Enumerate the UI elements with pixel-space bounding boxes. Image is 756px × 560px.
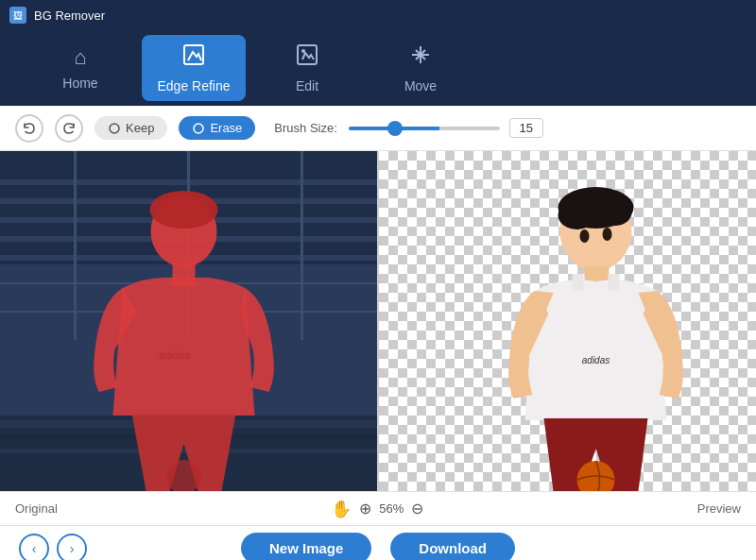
next-icon: › bbox=[70, 541, 75, 556]
keep-label: Keep bbox=[126, 121, 154, 135]
preview-label: Preview bbox=[697, 501, 741, 516]
toolbar: Keep Erase Brush Size: 15 bbox=[0, 106, 756, 151]
nav-item-move[interactable]: Move bbox=[369, 35, 472, 101]
svg-rect-34 bbox=[609, 274, 620, 291]
nav-bar: ⌂ Home Edge Refine Edit Move bbox=[0, 30, 756, 106]
nav-item-edit[interactable]: Edit bbox=[255, 35, 359, 101]
svg-point-22 bbox=[150, 191, 218, 229]
svg-rect-0 bbox=[184, 45, 203, 64]
home-icon: ⌂ bbox=[74, 45, 86, 70]
brush-size-slider[interactable] bbox=[349, 127, 500, 130]
brush-size-label: Brush Size: bbox=[274, 121, 336, 135]
nav-item-home[interactable]: ⌂ Home bbox=[28, 35, 132, 101]
nav-item-move-label: Move bbox=[404, 78, 437, 93]
erase-label: Erase bbox=[210, 121, 242, 135]
zoom-out-icon[interactable]: ⊖ bbox=[411, 500, 423, 518]
brush-slider-wrap: 15 bbox=[349, 118, 543, 138]
zoom-in-icon[interactable]: ⊕ bbox=[359, 500, 371, 518]
original-label: Original bbox=[15, 501, 58, 516]
original-panel[interactable]: adidas bbox=[0, 151, 377, 491]
app-title: BG Remover bbox=[34, 8, 105, 23]
edit-icon bbox=[295, 42, 319, 73]
nav-item-edge-refine-label: Edge Refine bbox=[157, 78, 230, 93]
zoom-value: 56% bbox=[379, 501, 404, 516]
nav-item-edge-refine[interactable]: Edge Refine bbox=[142, 35, 246, 101]
svg-rect-33 bbox=[573, 274, 584, 291]
zoom-controls: ✋ ⊕ 56% ⊖ bbox=[331, 499, 423, 519]
prev-button[interactable]: ‹ bbox=[19, 534, 49, 561]
brush-size-value: 15 bbox=[509, 118, 543, 138]
svg-text:adidas: adidas bbox=[582, 355, 610, 365]
svg-point-30 bbox=[580, 229, 590, 243]
status-bar: Original ✋ ⊕ 56% ⊖ Preview bbox=[0, 491, 756, 525]
svg-point-2 bbox=[301, 49, 305, 53]
keep-button[interactable]: Keep bbox=[94, 116, 167, 140]
svg-point-31 bbox=[603, 228, 612, 241]
undo-button[interactable] bbox=[15, 114, 43, 143]
preview-panel[interactable]: adidas bbox=[377, 151, 756, 491]
svg-point-4 bbox=[194, 124, 203, 133]
svg-point-3 bbox=[110, 124, 119, 133]
download-button[interactable]: Download bbox=[390, 533, 515, 560]
bottom-bar: ‹ › New Image Download bbox=[0, 525, 756, 560]
new-image-button[interactable]: New Image bbox=[241, 533, 371, 560]
app-icon: 🖼 bbox=[9, 7, 26, 24]
hand-icon[interactable]: ✋ bbox=[331, 499, 352, 519]
next-button[interactable]: › bbox=[57, 534, 87, 561]
redo-button[interactable] bbox=[55, 114, 83, 143]
prev-icon: ‹ bbox=[32, 541, 37, 556]
title-bar: 🖼 BG Remover bbox=[0, 0, 756, 30]
erase-button[interactable]: Erase bbox=[179, 116, 255, 140]
move-icon bbox=[408, 42, 433, 73]
nav-item-home-label: Home bbox=[62, 76, 97, 91]
svg-point-28 bbox=[558, 201, 596, 229]
svg-text:adidas: adidas bbox=[159, 349, 190, 361]
nav-item-edit-label: Edit bbox=[296, 78, 318, 93]
svg-point-29 bbox=[598, 199, 632, 226]
canvas-area: adidas bbox=[0, 151, 756, 491]
edge-refine-icon bbox=[181, 42, 206, 73]
